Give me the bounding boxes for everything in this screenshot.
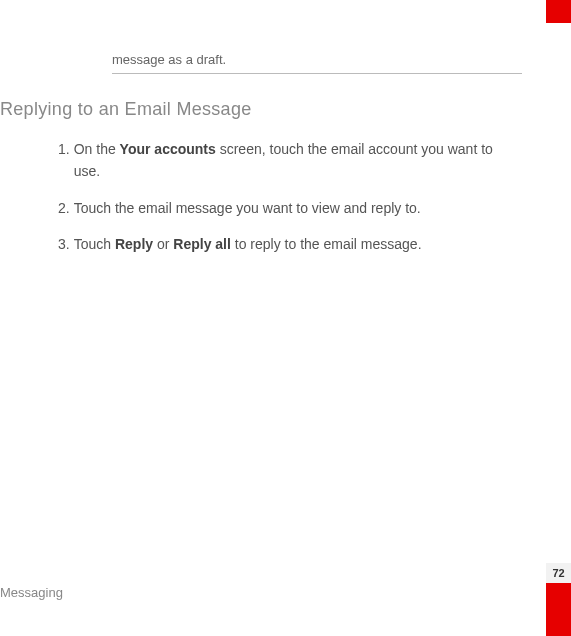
page-content: message as a draft. Replying to an Email… [0,52,530,256]
step-text: Touch Reply or Reply all to reply to the… [74,233,520,255]
steps-list: 1. On the Your accounts screen, touch th… [58,138,520,256]
step-pre: Touch the email message you want to view… [74,200,421,216]
step-text: On the Your accounts screen, touch the e… [74,138,520,183]
step-mid: or [153,236,173,252]
step-number: 3. [58,233,70,255]
step-pre: Touch [74,236,115,252]
side-stripe-gap [546,23,571,563]
step-text: Touch the email message you want to view… [74,197,520,219]
step-item: 1. On the Your accounts screen, touch th… [58,138,520,183]
section-heading: Replying to an Email Message [0,99,530,120]
step-number: 1. [58,138,70,183]
step-post: to reply to the email message. [231,236,422,252]
step-bold: Your accounts [120,141,216,157]
step-bold2: Reply all [173,236,231,252]
draft-fragment: message as a draft. [112,52,522,74]
step-item: 2. Touch the email message you want to v… [58,197,520,219]
page-number-badge: 72 [546,563,571,583]
step-item: 3. Touch Reply or Reply all to reply to … [58,233,520,255]
footer-section-label: Messaging [0,585,63,600]
step-pre: On the [74,141,120,157]
step-number: 2. [58,197,70,219]
step-bold: Reply [115,236,153,252]
